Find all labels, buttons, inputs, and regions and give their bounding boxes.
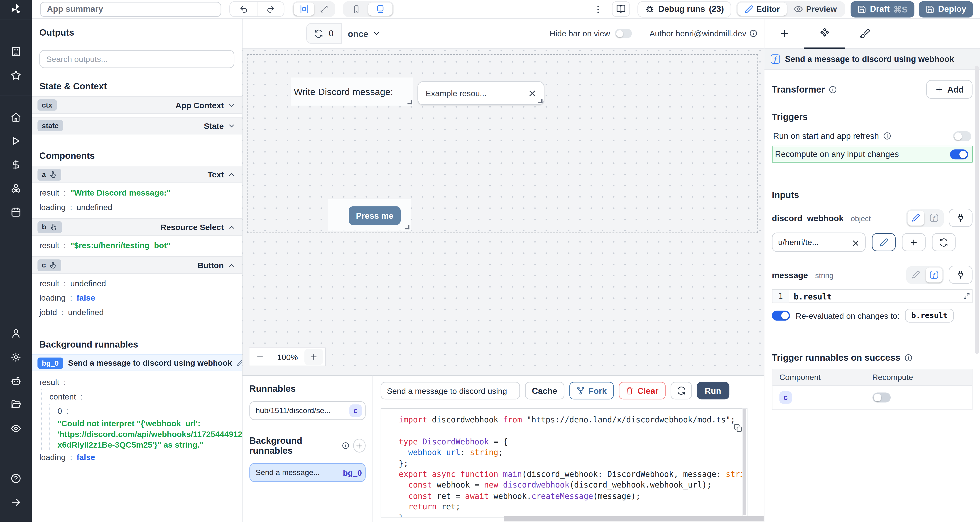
chevron-down-icon[interactable] [228, 101, 236, 109]
redo-button[interactable] [257, 2, 283, 16]
settings-icon[interactable] [0, 345, 32, 369]
home-icon[interactable] [0, 105, 32, 129]
reeval-target-badge[interactable]: b.result [905, 309, 954, 323]
ctx-row[interactable]: ctx App Context [32, 96, 242, 114]
edit-resource-button[interactable] [872, 233, 896, 251]
debug-runs-button[interactable]: Debug runs (23) [638, 1, 731, 17]
press-me-button[interactable]: Press me [349, 206, 401, 225]
schedules-icon[interactable] [0, 200, 32, 224]
tab-insert-component[interactable] [764, 19, 804, 48]
clear-resource-icon[interactable] [852, 237, 859, 247]
fullwidth-button[interactable] [314, 3, 334, 16]
bg-runnable-item-selected[interactable]: Send a message... bg_0 [249, 463, 366, 482]
collapse-sidebar-icon[interactable] [0, 490, 32, 514]
info-icon[interactable] [883, 132, 891, 140]
runs-icon[interactable] [0, 129, 32, 153]
connect-input-button[interactable] [949, 266, 972, 284]
tab-preview[interactable]: Preview [787, 3, 844, 16]
row-recompute-toggle[interactable] [872, 393, 890, 403]
tab-component-settings[interactable] [804, 19, 844, 48]
users-icon[interactable] [0, 321, 32, 345]
pencil-icon[interactable] [237, 359, 242, 366]
center-align-button[interactable] [294, 3, 314, 16]
app-canvas[interactable]: Write Discord message: Example resou... … [242, 49, 764, 375]
fork-label: Fork [589, 386, 607, 395]
cache-button[interactable]: Cache [525, 382, 564, 399]
component-a-row[interactable]: a Text [32, 166, 242, 183]
desktop-view-button[interactable] [368, 3, 393, 16]
resize-handle[interactable] [405, 225, 409, 229]
add-transformer-button[interactable]: Add [926, 80, 972, 99]
resources-icon[interactable] [0, 176, 32, 200]
resource-select-component[interactable]: Example resou... [417, 81, 544, 105]
info-icon[interactable] [904, 353, 912, 361]
component-c-row[interactable]: c Button [32, 256, 242, 274]
editor-preview-group: Editor Preview [737, 2, 845, 17]
runnable-item[interactable]: hub/1511/discord/se... c [249, 401, 366, 420]
mobile-view-button[interactable] [344, 3, 368, 16]
draft-button[interactable]: Draft ⌘S [851, 1, 915, 17]
resize-handle[interactable] [407, 100, 412, 104]
windmill-logo-icon[interactable] [0, 0, 32, 19]
refresh-resource-button[interactable] [932, 233, 956, 251]
state-row[interactable]: state State [32, 117, 242, 134]
search-outputs-input[interactable] [46, 54, 228, 64]
refresh-count-box[interactable]: 0 [306, 23, 342, 44]
folders-icon[interactable] [0, 393, 32, 416]
clear-button[interactable]: Clear [619, 382, 665, 399]
chevron-up-icon[interactable] [228, 170, 236, 178]
copy-code-icon[interactable] [733, 422, 743, 433]
bg0-output-row[interactable]: bg_0 Send a message to discord using web… [32, 354, 242, 371]
tab-editor[interactable]: Editor [738, 3, 787, 16]
run-on-start-toggle[interactable] [953, 131, 971, 141]
button-component-wrapper[interactable]: Press me [328, 199, 410, 231]
clear-selection-icon[interactable] [528, 88, 536, 99]
static-mode-pencil-icon[interactable] [907, 267, 924, 282]
info-icon[interactable] [342, 442, 349, 449]
connect-input-button[interactable] [949, 209, 972, 227]
undo-button[interactable] [230, 2, 257, 16]
audit-logs-icon[interactable] [0, 416, 32, 440]
code-editor[interactable]: import discordwebhook from "https://deno… [381, 408, 748, 518]
more-menu-icon[interactable] [593, 3, 603, 15]
tab-styling[interactable] [844, 19, 884, 48]
frequency-dropdown[interactable]: once [342, 29, 387, 38]
zoom-in-button[interactable] [304, 349, 323, 365]
add-bg-runnable-button[interactable] [353, 439, 366, 453]
panel-scrollbar[interactable] [975, 65, 979, 354]
chevron-up-icon[interactable] [228, 261, 236, 269]
horizontal-scrollbar[interactable] [504, 516, 764, 522]
static-mode-pencil-icon[interactable] [907, 210, 924, 225]
expand-editor-icon[interactable] [963, 290, 970, 301]
refresh-script-button[interactable] [670, 382, 692, 399]
info-icon[interactable] [749, 29, 757, 37]
add-label: Add [947, 84, 964, 94]
recompute-toggle[interactable] [950, 149, 968, 159]
resource-picker[interactable]: u/henri/te... [772, 232, 865, 252]
chevron-up-icon[interactable] [228, 223, 236, 231]
docs-button[interactable] [612, 2, 630, 17]
help-icon[interactable] [0, 466, 32, 490]
deploy-button[interactable]: Deploy [919, 1, 973, 17]
workspace-icon[interactable] [0, 40, 32, 63]
chevron-down-icon[interactable] [228, 122, 236, 130]
app-summary-input[interactable] [40, 2, 221, 17]
fork-button[interactable]: Fork [569, 382, 614, 399]
eval-mode-fx-icon[interactable]: f [926, 210, 942, 225]
message-expression-editor[interactable]: 1 b.result [772, 290, 972, 303]
add-resource-button[interactable] [902, 233, 926, 251]
info-icon[interactable] [829, 85, 837, 94]
text-component[interactable]: Write Discord message: [291, 78, 413, 106]
hide-bar-toggle[interactable] [615, 29, 632, 38]
workers-icon[interactable] [0, 369, 32, 393]
code-vertical-scrollbar[interactable] [742, 408, 748, 518]
run-button[interactable]: Run [697, 382, 729, 399]
resize-handle[interactable] [538, 99, 542, 103]
zoom-out-button[interactable] [249, 348, 270, 366]
script-name-input[interactable] [381, 382, 520, 399]
eval-mode-fx-icon[interactable]: f [926, 267, 942, 282]
component-b-row[interactable]: b Resource Select [32, 218, 242, 236]
variables-icon[interactable] [0, 153, 32, 176]
reeval-toggle[interactable] [772, 310, 790, 321]
favorites-icon[interactable] [0, 63, 32, 87]
